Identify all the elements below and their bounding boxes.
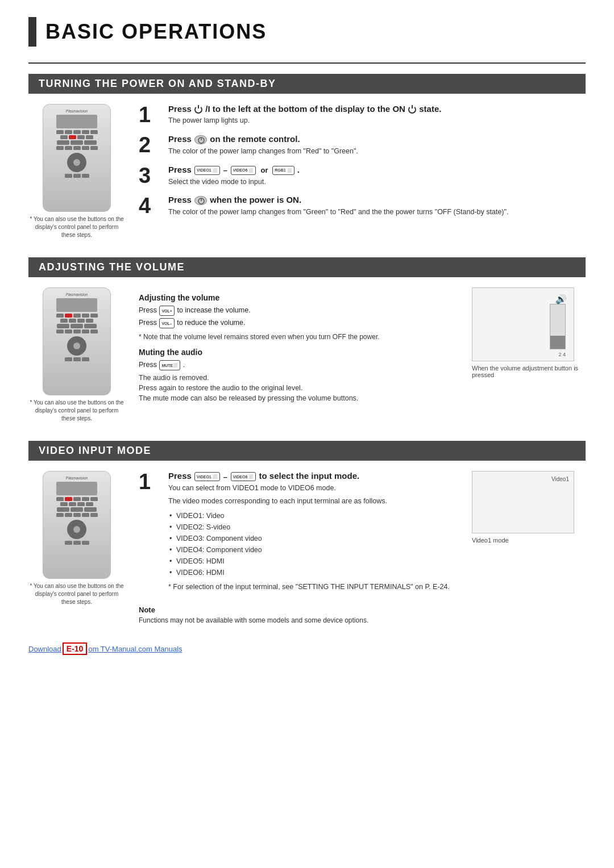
step-content-2: Press on the remote control. The color o… bbox=[168, 134, 586, 157]
remote-btn bbox=[65, 130, 72, 134]
dash-icon: – bbox=[223, 166, 230, 174]
list-item: VIDEO2: S-video bbox=[168, 521, 458, 533]
remote-btn bbox=[56, 329, 64, 333]
video-screen: Video1 bbox=[472, 471, 574, 533]
section-header-video: VIDEO INPUT MODE bbox=[28, 441, 586, 461]
step-title-4: Press when the power is ON. bbox=[168, 195, 586, 205]
remote-image-volume: Plasmavision bbox=[43, 287, 111, 395]
volume-number: 2 4 bbox=[558, 352, 566, 357]
step3-period: . bbox=[297, 165, 300, 174]
vol-note: * Note that the volume level remains sto… bbox=[139, 333, 460, 341]
remote-btn bbox=[73, 174, 81, 178]
footer-link[interactable]: DownloadE-10om TV-Manual.com Manuals bbox=[28, 642, 182, 655]
step-title-1: Press /I to the left at the bottom of th… bbox=[168, 104, 586, 114]
remote-btn bbox=[60, 502, 68, 506]
remote-btn bbox=[82, 513, 89, 517]
remote-btn bbox=[86, 319, 93, 323]
power-icon-2 bbox=[408, 106, 416, 114]
title-separator bbox=[28, 62, 586, 64]
mute-icon: MUTE⬜ bbox=[159, 360, 180, 370]
remote-btn bbox=[65, 357, 72, 361]
vol-plus-icon: VOL+ bbox=[159, 306, 174, 316]
remote-mid-buttons bbox=[60, 135, 93, 139]
step-3-power: 3 Press VIDEO1 ⬜ – VIDEO6 ⬜ or RGB1 ⬜ . … bbox=[139, 165, 586, 187]
step-content-4: Press when the power is ON. The color of… bbox=[168, 195, 586, 218]
remote-btn bbox=[73, 130, 81, 134]
step-desc-2: The color of the power lamp changes from… bbox=[168, 146, 586, 157]
step-content-3: Press VIDEO1 ⬜ – VIDEO6 ⬜ or RGB1 ⬜ . Se… bbox=[168, 165, 586, 187]
remote-btn bbox=[90, 314, 98, 318]
vol-plus-press: Press bbox=[139, 306, 159, 314]
adjust-main: Adjusting the volume Press VOL+ to incre… bbox=[139, 287, 460, 402]
remote-image-power: Plasmavision bbox=[43, 104, 111, 212]
step2-text: on the remote control. bbox=[210, 134, 300, 144]
remote-btn-lg bbox=[84, 324, 97, 328]
step-title-vid-1: Press VIDEO1 ⬜ – VIDEO6 ⬜ to select the … bbox=[168, 471, 458, 481]
remote-power-svg bbox=[195, 136, 208, 145]
video-note-box: Note Functions may not be available with… bbox=[139, 606, 586, 624]
remote-btn-lg bbox=[57, 507, 69, 512]
remote-btn bbox=[73, 329, 81, 333]
remote-btn bbox=[60, 319, 68, 323]
step-4-power: 4 Press when the power is ON. The color … bbox=[139, 195, 586, 218]
note-title: Note bbox=[139, 606, 586, 614]
video-steps-col: 1 Press VIDEO1 ⬜ – VIDEO6 ⬜ to select th… bbox=[139, 471, 458, 600]
remote-row-vol-4 bbox=[56, 329, 98, 333]
remote-btn bbox=[90, 497, 98, 501]
footer-prefix: Download bbox=[28, 645, 61, 653]
step2-press: Press bbox=[168, 134, 194, 144]
section-body-video: Plasmavision bbox=[28, 471, 586, 624]
video1-icon: VIDEO1 ⬜ bbox=[194, 166, 220, 175]
section-left-power: Plasmavision bbox=[28, 104, 125, 239]
remote-nav-center-vid bbox=[73, 526, 80, 533]
volume-caption: When the volume adjustment button is pre… bbox=[472, 365, 586, 378]
vol-plus-text: to increase the volume. bbox=[177, 306, 250, 314]
remote-btn bbox=[82, 357, 89, 361]
remote-btn bbox=[56, 497, 64, 501]
video6-icon: VIDEO6 ⬜ bbox=[231, 166, 256, 175]
mute-para-2: Press again to restore the audio to the … bbox=[139, 384, 460, 392]
page-title-bar: BASIC OPERATIONS bbox=[28, 17, 586, 47]
remote-btn bbox=[65, 329, 72, 333]
volume-bar-fill bbox=[550, 336, 565, 349]
remote-btn bbox=[90, 513, 98, 517]
section-body-volume: Plasmavision bbox=[28, 287, 586, 423]
step4-press: Press bbox=[168, 195, 194, 205]
remote-row-vid-4 bbox=[56, 513, 98, 517]
section-steps-power: 1 Press /I to the left at the bottom of … bbox=[139, 104, 586, 239]
remote-bottom-vol bbox=[65, 357, 89, 361]
remote-btn bbox=[56, 146, 64, 150]
page-footer: DownloadE-10om TV-Manual.com Manuals bbox=[28, 642, 586, 655]
remote-row-vid-3 bbox=[57, 507, 97, 512]
remote-bottom-vid bbox=[65, 541, 89, 545]
step3-press: Press bbox=[168, 165, 194, 174]
remote-btn-lg bbox=[70, 324, 83, 328]
step-desc-3: Select the video mode to input. bbox=[168, 177, 586, 187]
remote-btn-lg bbox=[57, 140, 69, 145]
remote-btn-lg bbox=[84, 507, 97, 512]
remote-brand-vid: Plasmavision bbox=[66, 476, 88, 480]
mute-para-1: The audio is removed. bbox=[139, 374, 460, 382]
mute-press: Press bbox=[139, 361, 159, 369]
remote-nav bbox=[67, 153, 86, 172]
step4-text: when the power is ON. bbox=[210, 195, 301, 205]
volume-diagram: 🔊 2 4 bbox=[472, 287, 574, 361]
remote-bottom-row bbox=[65, 174, 89, 178]
footer-page-box: E-10 bbox=[63, 642, 88, 655]
remote-row-vol-3 bbox=[57, 324, 97, 328]
vol-minus-press: Press bbox=[139, 319, 159, 327]
page-title: BASIC OPERATIONS bbox=[45, 20, 267, 44]
section-video-input: VIDEO INPUT MODE Plasmavision bbox=[28, 441, 586, 624]
remote-image-video: Plasmavision bbox=[43, 471, 111, 579]
rgb1-icon: RGB1 ⬜ bbox=[272, 166, 294, 175]
remote-row-vol-1 bbox=[56, 314, 98, 318]
remote-btn bbox=[90, 130, 98, 134]
remote-btn bbox=[77, 319, 85, 323]
remote-btn bbox=[90, 146, 98, 150]
vol-increase-line: Press VOL+ to increase the volume. bbox=[139, 306, 460, 316]
remote-nav-center-vol bbox=[73, 343, 80, 349]
remote-btn-red bbox=[65, 314, 72, 318]
vol-minus-text: to reduce the volume. bbox=[177, 319, 245, 327]
remote-btn-lg bbox=[84, 140, 97, 145]
remote-screen bbox=[56, 115, 97, 128]
